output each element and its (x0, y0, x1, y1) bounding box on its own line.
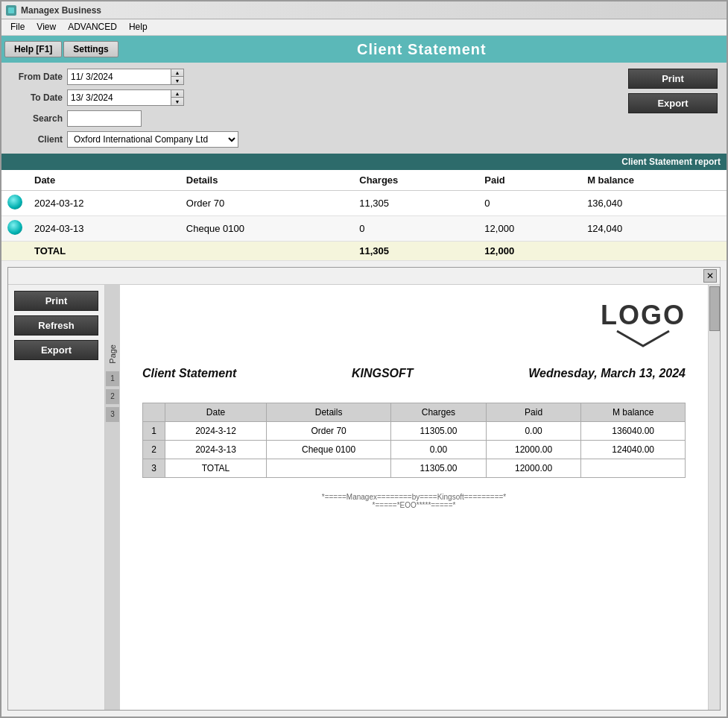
cell-date: 2024-03-12 (28, 191, 180, 216)
preview-close-button[interactable]: ✕ (703, 269, 717, 283)
to-date-wrapper: ▲ ▼ (67, 89, 184, 106)
scrollbar-thumb[interactable] (709, 286, 720, 331)
cell-date: TOTAL (28, 242, 180, 261)
help-button[interactable]: Help [F1] (4, 41, 62, 57)
table-row: TOTAL11,30512,000 (1, 242, 727, 261)
page-label: Page (108, 344, 117, 364)
preview-window: ✕ Print Refresh Export Page 1 2 3 (7, 267, 721, 711)
page-3: 3 (106, 407, 119, 422)
page-1: 1 (106, 371, 119, 386)
menu-help[interactable]: Help (123, 21, 153, 34)
preview-table-row: 12024-3-12Order 7011305.000.00136040.00 (143, 422, 686, 441)
col-date: Date (28, 170, 180, 191)
toolbar: Help [F1] Settings Client Statement (1, 36, 727, 63)
footer-line1: *=====Managex========by====Kingsoft=====… (142, 493, 686, 501)
col-paid: Paid (478, 170, 581, 191)
to-date-label: To Date (10, 92, 63, 103)
preview-cell-paid: 0.00 (486, 422, 581, 441)
preview-cell-details (266, 459, 390, 478)
cell-balance: 136,040 (581, 191, 727, 216)
cell-balance (581, 242, 727, 261)
preview-refresh-button[interactable]: Refresh (14, 315, 98, 336)
preview-table-row: 22024-3-13Cheque 01000.0012000.00124040.… (143, 441, 686, 459)
preview-cell-charges: 0.00 (391, 441, 487, 459)
logo-chevron (601, 327, 686, 352)
data-table: Date Details Charges Paid M balance 2024… (1, 170, 727, 261)
action-buttons: Print Export (628, 69, 718, 113)
preview-table-row: 3TOTAL11305.0012000.00 (143, 459, 686, 478)
cell-date: 2024-03-13 (28, 216, 180, 242)
col-icon (1, 170, 28, 191)
cell-details (180, 242, 353, 261)
to-date-spinners: ▲ ▼ (171, 89, 184, 106)
preview-scrollbar[interactable] (708, 285, 720, 710)
cell-paid: 12,000 (478, 216, 581, 242)
menu-bar: File View ADVANCED Help (1, 19, 727, 36)
page-2: 2 (106, 389, 119, 404)
row-icon (7, 195, 22, 210)
preview-main: LOGO Client Statement KINGSOFT Wed (120, 285, 708, 710)
client-row: Client Oxford International Company Ltd (10, 131, 238, 148)
row-icon-cell (1, 191, 28, 216)
from-date-input[interactable] (67, 69, 171, 85)
cell-details: Cheque 0100 (180, 216, 353, 242)
col-details: Details (180, 170, 353, 191)
report-header: Client Statement report (1, 154, 727, 170)
preview-cell-balance (581, 459, 686, 478)
preview-col-details: Details (266, 403, 390, 422)
menu-view[interactable]: View (31, 21, 62, 34)
search-input[interactable] (67, 110, 142, 127)
preview-cell-paid: 12000.00 (486, 459, 581, 478)
preview-col-num (143, 403, 165, 422)
preview-col-date: Date (165, 403, 267, 422)
cell-charges: 11,305 (353, 191, 478, 216)
cell-details: Order 70 (180, 191, 353, 216)
preview-doc-header: LOGO (142, 300, 686, 352)
form-section: From Date ▲ ▼ To Date ▲ ▼ (10, 69, 238, 148)
to-date-input[interactable] (67, 89, 171, 106)
logo-text: LOGO (601, 300, 686, 331)
from-date-label: From Date (10, 72, 63, 82)
from-date-row: From Date ▲ ▼ (10, 69, 238, 85)
cell-charges: 11,305 (353, 242, 478, 261)
preview-sidebar: Print Refresh Export (8, 285, 105, 710)
settings-button[interactable]: Settings (63, 41, 118, 57)
preview-doc-title: Client Statement (142, 367, 236, 380)
table-row: 2024-03-13Cheque 0100012,000124,040 (1, 216, 727, 242)
preview-export-button[interactable]: Export (14, 340, 98, 360)
preview-print-button[interactable]: Print (14, 291, 98, 311)
preview-cell-balance: 136040.00 (581, 422, 686, 441)
from-date-up[interactable]: ▲ (171, 69, 183, 77)
print-button[interactable]: Print (628, 69, 718, 89)
cell-balance: 124,040 (581, 216, 727, 242)
preview-company: KINGSOFT (352, 367, 414, 380)
app-icon (6, 5, 16, 16)
to-date-up[interactable]: ▲ (171, 90, 183, 98)
svg-rect-0 (8, 7, 14, 13)
preview-row-num: 2 (143, 441, 165, 459)
col-charges: Charges (353, 170, 478, 191)
row-icon (7, 220, 22, 235)
preview-info-row: Client Statement KINGSOFT Wednesday, Mar… (142, 367, 686, 380)
top-panel: From Date ▲ ▼ To Date ▲ ▼ (1, 63, 727, 154)
menu-file[interactable]: File (4, 21, 31, 34)
cell-charges: 0 (353, 216, 478, 242)
preview-col-charges: Charges (391, 403, 487, 422)
export-button[interactable]: Export (628, 93, 718, 113)
to-date-row: To Date ▲ ▼ (10, 89, 238, 106)
preview-footer: *=====Managex========by====Kingsoft=====… (142, 493, 686, 509)
preview-content: Print Refresh Export Page 1 2 3 (8, 285, 720, 710)
from-date-down[interactable]: ▼ (171, 77, 183, 84)
page-title: Client Statement (357, 41, 487, 57)
preview-cell-paid: 12000.00 (486, 441, 581, 459)
preview-cell-date: TOTAL (165, 459, 267, 478)
preview-cell-charges: 11305.00 (391, 459, 487, 478)
col-balance: M balance (581, 170, 727, 191)
menu-advanced[interactable]: ADVANCED (62, 21, 123, 34)
logo-area: LOGO (601, 300, 686, 352)
to-date-down[interactable]: ▼ (171, 98, 183, 105)
title-bar: Managex Business (1, 1, 727, 19)
cell-paid: 0 (478, 191, 581, 216)
preview-cell-details: Order 70 (266, 422, 390, 441)
client-select[interactable]: Oxford International Company Ltd (67, 131, 238, 148)
